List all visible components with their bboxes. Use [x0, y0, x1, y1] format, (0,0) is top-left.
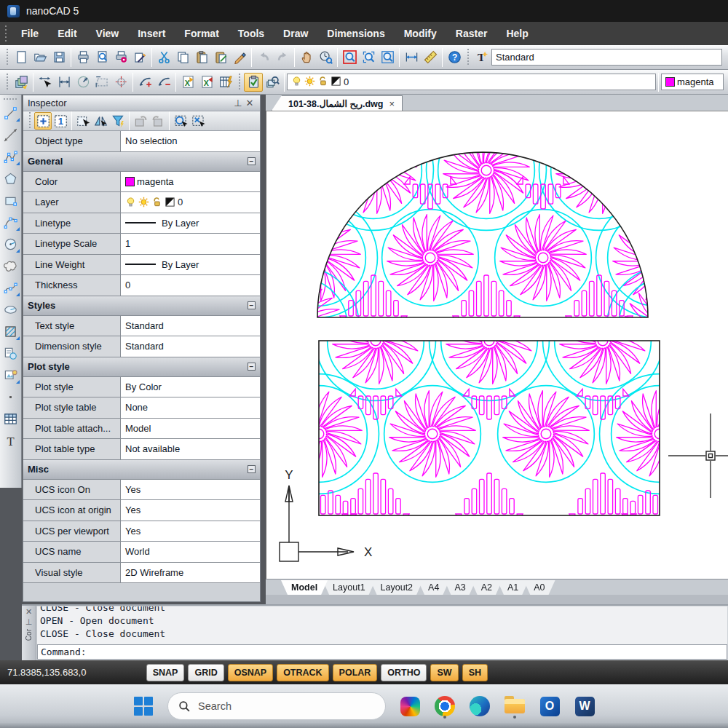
draw-line-icon[interactable] [1, 103, 20, 122]
color-combo[interactable]: magenta [661, 74, 724, 90]
multi-select-icon[interactable] [34, 112, 52, 130]
pin-icon[interactable]: ⊥ [25, 617, 33, 626]
status-toggle-sh[interactable]: SH [462, 664, 488, 681]
dim-center-icon[interactable] [111, 73, 130, 92]
new-icon[interactable] [12, 48, 31, 67]
model-canvas[interactable]: YX [266, 111, 728, 579]
ruler-icon[interactable] [421, 48, 440, 67]
redo-icon[interactable] [273, 48, 292, 67]
section-header-general[interactable]: General− [23, 152, 260, 172]
bw-icon[interactable] [331, 76, 341, 89]
zoom-window-icon[interactable] [340, 48, 359, 67]
layer-search-icon[interactable] [263, 73, 282, 92]
chrome-taskbar-icon[interactable] [434, 694, 456, 719]
excel-in-icon[interactable]: X [178, 73, 197, 92]
copy-props-icon[interactable] [132, 112, 149, 130]
collapse-icon[interactable]: − [248, 301, 256, 309]
draw-point-icon[interactable] [1, 387, 20, 406]
draw-rectangle-icon[interactable] [1, 191, 20, 210]
preview-icon[interactable] [92, 48, 111, 67]
bulb-icon[interactable] [291, 76, 302, 89]
draw-arc-icon[interactable] [1, 213, 20, 232]
layers-icon[interactable] [12, 73, 31, 92]
open-icon[interactable] [31, 48, 50, 67]
dim-linear-icon[interactable] [55, 73, 74, 92]
menu-item-view[interactable]: View [87, 24, 129, 43]
status-toggle-sw[interactable]: SW [430, 664, 458, 681]
lock-icon[interactable] [317, 76, 328, 89]
dim-select-icon[interactable] [36, 73, 55, 92]
collapse-icon[interactable]: − [248, 465, 256, 473]
filter-icon[interactable] [109, 112, 127, 130]
print-gear-icon[interactable] [111, 48, 130, 67]
layout-tab-a3[interactable]: A3 [444, 580, 475, 595]
print-brush-icon[interactable] [130, 48, 149, 67]
menu-item-modify[interactable]: Modify [395, 24, 446, 43]
dim-rect-icon[interactable] [92, 73, 111, 92]
menu-item-raster[interactable]: Raster [446, 24, 497, 43]
text-style-combo[interactable]: Standard [491, 49, 722, 66]
status-toggle-grid[interactable]: GRID [188, 664, 223, 681]
close-icon[interactable]: ✕ [244, 98, 256, 108]
menu-item-draw[interactable]: Draw [274, 24, 317, 43]
layout-tab-layout2[interactable]: Layout2 [371, 580, 423, 595]
undo-icon[interactable] [254, 48, 273, 67]
zoom-dynamic-icon[interactable] [359, 48, 378, 67]
menu-item-insert[interactable]: Insert [128, 24, 175, 43]
save-icon[interactable] [50, 48, 68, 67]
layout-tab-a4[interactable]: A4 [418, 580, 449, 595]
draw-polygon-icon[interactable] [1, 169, 20, 188]
dim-add-icon[interactable] [135, 73, 154, 92]
section-header-misc[interactable]: Misc− [23, 460, 260, 480]
cut-icon[interactable] [154, 48, 173, 67]
command-history[interactable]: CLOSE - Close documentOPEN - Open docume… [37, 606, 727, 645]
zoom-clock-icon[interactable] [316, 48, 335, 67]
menu-item-help[interactable]: Help [496, 24, 537, 43]
select-circle-icon[interactable] [172, 112, 189, 130]
apply-props-icon[interactable] [149, 112, 167, 130]
search-input[interactable]: Search [167, 692, 386, 720]
dim-minus-icon[interactable] [154, 73, 173, 92]
paste-special-icon[interactable] [211, 48, 230, 67]
layout-tab-a1[interactable]: A1 [497, 580, 529, 595]
menu-item-file[interactable]: File [12, 24, 48, 43]
draw-block-insert-icon[interactable] [1, 365, 20, 384]
brush-icon[interactable] [230, 48, 249, 67]
menu-item-tools[interactable]: Tools [229, 24, 274, 43]
collapse-icon[interactable]: − [248, 157, 256, 165]
dim-radius-icon[interactable] [74, 73, 92, 92]
layer-combo[interactable]: 0 [287, 74, 656, 90]
command-input[interactable]: Command: [37, 644, 727, 660]
draw-text-icon[interactable]: T [1, 431, 20, 450]
status-toggle-otrack[interactable]: OTRACK [277, 664, 328, 681]
sun-icon[interactable] [304, 76, 315, 89]
collapse-icon[interactable]: − [248, 363, 256, 371]
layout-tab-layout1[interactable]: Layout1 [323, 580, 375, 595]
table-bolt-icon[interactable] [216, 73, 235, 92]
draw-polyline-icon[interactable] [1, 147, 20, 166]
text-style-icon[interactable]: T [472, 48, 491, 67]
pin-icon[interactable]: ⊥ [232, 98, 244, 108]
document-tab[interactable]: 101-38.ريح الشمال.dwg × [272, 95, 403, 111]
status-toggle-osnap[interactable]: OSNAP [228, 664, 273, 681]
print-icon[interactable] [74, 48, 92, 67]
section-header-styles[interactable]: Styles− [23, 296, 260, 316]
measure-icon[interactable] [402, 48, 421, 67]
explorer-taskbar-icon[interactable] [504, 694, 526, 719]
draw-xline-icon[interactable] [1, 125, 20, 144]
flip-select-icon[interactable] [92, 112, 109, 130]
menu-item-edit[interactable]: Edit [48, 24, 86, 43]
draw-cloud-icon[interactable] [1, 256, 20, 275]
start-button[interactable] [132, 695, 154, 717]
close-icon[interactable]: ✕ [25, 607, 32, 616]
document-close-icon[interactable]: × [389, 98, 395, 109]
status-toggle-snap[interactable]: SNAP [146, 664, 185, 681]
layout-tab-a0[interactable]: A0 [523, 580, 555, 595]
draw-block-icon[interactable] [1, 344, 20, 363]
copy-icon[interactable] [173, 48, 192, 67]
help-icon[interactable]: ? [445, 48, 464, 67]
edge-taskbar-icon[interactable] [469, 694, 491, 719]
status-toggle-ortho[interactable]: ORTHO [381, 664, 427, 681]
panel-splitter[interactable] [261, 95, 266, 604]
draw-spline-icon[interactable] [1, 278, 20, 297]
